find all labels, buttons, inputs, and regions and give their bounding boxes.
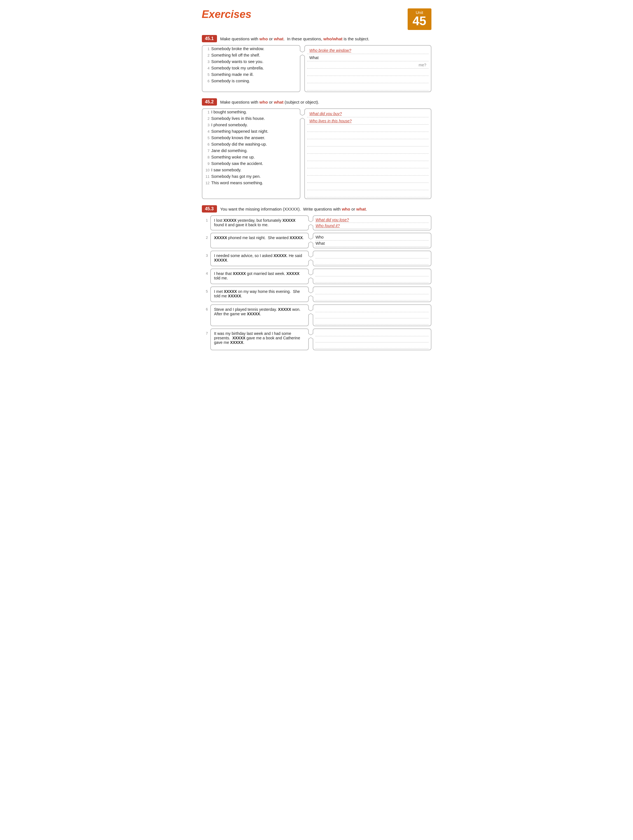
- s452-who: who: [259, 99, 268, 104]
- s451-answer-2: What: [307, 54, 428, 61]
- s453-row-1-num: 1: [202, 218, 208, 231]
- section-451-badge: 45.1: [202, 35, 217, 42]
- s452-row-1: 1 I bought something.: [202, 109, 300, 115]
- s452-row-10: 10 I saw somebody.: [202, 167, 300, 173]
- s453-who: who: [342, 207, 350, 212]
- s453-r4-xxxxx2: XXXXX: [286, 271, 300, 276]
- s453-r6-xxxxx2: XXXXX: [247, 312, 260, 316]
- s453-row-4: 4 I hear that XXXXX got married last wee…: [202, 268, 431, 284]
- s451-row-5: 5 Something made me ill.: [202, 71, 300, 78]
- s452-answer-7: [307, 154, 428, 161]
- s451-row-1-text: Somebody broke the window.: [212, 46, 264, 51]
- s451-row-4-text: Somebody took my umbrella.: [212, 66, 264, 70]
- s452-answer-4: [307, 132, 428, 139]
- s452-answer-12: [307, 190, 428, 197]
- whowhat-highlight: who/what: [324, 36, 343, 41]
- s453-row-7-right: [313, 328, 431, 350]
- section-452-container: 1 I bought something. 2 Somebody lives i…: [202, 108, 431, 199]
- s451-row-3-text: Somebody wants to see you.: [212, 59, 264, 64]
- s451-right-panel: Who broke the window? What me?: [304, 45, 431, 92]
- section-451-header: 45.1 Make questions with who or what. In…: [202, 35, 431, 42]
- section-453-instruction: You want the missing information (XXXXX)…: [220, 207, 367, 212]
- s452-row-6: 6 Somebody did the washing-up.: [202, 141, 300, 148]
- s452-row-3: 3 I phoned somebody.: [202, 122, 300, 128]
- s453-r3-xxxxx1: XXXXX: [273, 253, 287, 258]
- s452-answer-5: [307, 139, 428, 147]
- s453-r2-xxxxx1: XXXXX: [214, 235, 227, 240]
- s453-r2-xxxxx2: XXXXX: [290, 235, 303, 240]
- s453-r7-answer-2: [316, 336, 428, 343]
- s453-row-3: 3 I needed some advice, so I asked XXXXX…: [202, 251, 431, 266]
- s451-answer-6: [307, 83, 428, 90]
- s453-r6-answer-3: [316, 318, 428, 325]
- s453-r4-answer-2: [316, 276, 428, 283]
- s452-row-7: 7 Jane did something.: [202, 148, 300, 154]
- s451-row-6-text: Somebody is coming.: [212, 79, 250, 83]
- what-highlight: what: [274, 36, 283, 41]
- s453-r1-answer-2: Who found it?: [316, 223, 428, 229]
- s453-row-2-left: XXXXX phoned me last night. She wanted X…: [210, 233, 309, 248]
- s453-row-3-num: 3: [202, 253, 208, 266]
- s451-row-2-text: Something fell off the shelf.: [212, 53, 260, 57]
- section-452-header: 45.2 Make questions with who or what (su…: [202, 98, 431, 106]
- s453-r2-what-label: What: [316, 241, 325, 246]
- s453-r4-xxxxx1: XXXXX: [233, 271, 246, 276]
- section-453-badge: 45.3: [202, 205, 217, 213]
- s452-row-2: 2 Somebody lives in this house.: [202, 115, 300, 122]
- s453-row-4-num: 4: [202, 271, 208, 284]
- s451-row-5-text: Something made me ill.: [212, 72, 254, 77]
- s453-r7-answer-3: [316, 343, 428, 349]
- s452-answer-2: Who lives in this house?: [307, 117, 428, 125]
- s453-r5-answer-1: [316, 288, 428, 294]
- s453-row-7-num: 7: [202, 331, 208, 350]
- s452-answer-6: [307, 147, 428, 154]
- s451-left-panel: 1 Somebody broke the window. 2 Something…: [202, 45, 301, 92]
- s453-r3-answer-2: [316, 259, 428, 265]
- s453-r2-who-label: Who: [316, 235, 324, 240]
- page-header: Exercises Unit 45: [202, 8, 431, 30]
- s453-what: what: [357, 207, 366, 212]
- s453-row-3-right: [313, 251, 431, 266]
- s453-row-4-left: I hear that XXXXX got married last week.…: [210, 268, 309, 284]
- s451-row-1: 1 Somebody broke the window.: [202, 46, 300, 52]
- s452-row-4: 4 Something happened last night.: [202, 128, 300, 135]
- s452-row-11: 11 Somebody has got my pen.: [202, 173, 300, 180]
- who-highlight: who: [259, 36, 268, 41]
- unit-badge: Unit 45: [407, 8, 431, 30]
- section-452-instruction: Make questions with who or what (subject…: [220, 99, 319, 104]
- s453-r6-answer-1: [316, 306, 428, 312]
- s453-row-5-left: I met XXXXX on my way home this evening.…: [210, 286, 309, 302]
- s451-row-3-num: 3: [204, 60, 210, 64]
- s453-r1-answer-1: What did you lose?: [316, 217, 428, 223]
- s453-r7-answer-1: [316, 330, 428, 336]
- s451-row-2: 2 Something fell off the shelf.: [202, 52, 300, 58]
- s453-row-7: 7 It was my birthday last week and I had…: [202, 328, 431, 350]
- section-453-rows: 1 I lost XXXXX yesterday, but fortunatel…: [202, 215, 431, 350]
- s453-r5-xxxxx2: XXXXX: [228, 294, 241, 298]
- s453-row-4-right: [313, 268, 431, 284]
- s452-answer-1: What did you buy?: [307, 110, 428, 117]
- s451-answer-2-label: What: [309, 55, 319, 60]
- s452-answer-11: [307, 183, 428, 190]
- s451-row-4: 4 Somebody took my umbrella.: [202, 65, 300, 71]
- s451-answer-3: me?: [307, 61, 428, 69]
- section-452-badge: 45.2: [202, 98, 217, 106]
- s451-answer-5: [307, 76, 428, 83]
- s452-row-12: 12 This word means something.: [202, 180, 300, 186]
- s453-row-1: 1 I lost XXXXX yesterday, but fortunatel…: [202, 215, 431, 231]
- s451-row-6: 6 Somebody is coming.: [202, 78, 300, 84]
- s453-row-5-right: [313, 286, 431, 302]
- s453-row-2-right: Who What: [313, 233, 431, 248]
- unit-number: 45: [413, 15, 426, 27]
- s452-answer-10: [307, 175, 428, 183]
- s453-row-2-num: 2: [202, 235, 208, 248]
- s452-row-9: 9 Somebody saw the accident.: [202, 160, 300, 167]
- s453-r1-xxxxx2: XXXXX: [283, 218, 296, 223]
- s453-row-6-right: [313, 304, 431, 326]
- s451-right-content: Who broke the window? What me?: [305, 46, 431, 92]
- s452-row-8: 8 Something woke me up.: [202, 154, 300, 160]
- s453-row-5: 5 I met XXXXX on my way home this evenin…: [202, 286, 431, 302]
- s453-r5-xxxxx1: XXXXX: [224, 289, 237, 294]
- s452-answer-9: [307, 168, 428, 175]
- s452-left-panel: 1 I bought something. 2 Somebody lives i…: [202, 108, 301, 199]
